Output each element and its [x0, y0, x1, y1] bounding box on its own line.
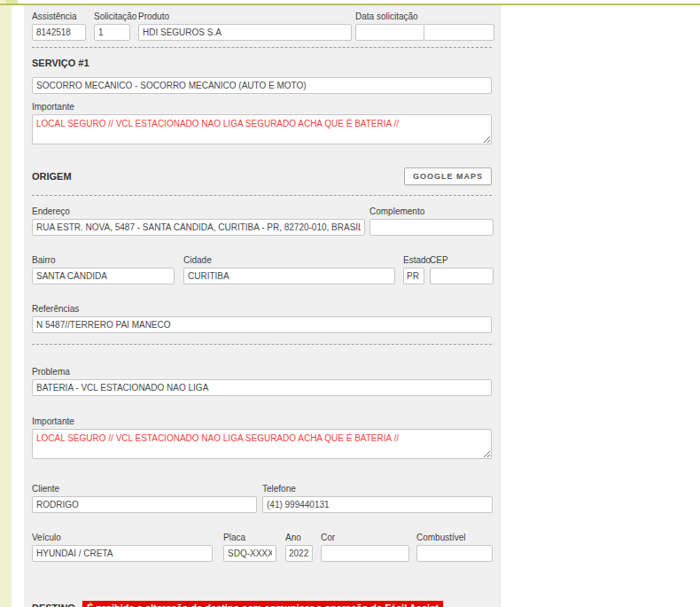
veiculo-label: Veículo: [32, 532, 213, 543]
problema-importante-label: Importante: [32, 416, 492, 427]
destino-header-row: DESTINO É proibida a alteração de destin…: [32, 601, 492, 607]
endereco-field-group: Endereço: [32, 206, 365, 236]
referencias-field-group: Referências: [32, 303, 492, 333]
complemento-input[interactable]: [369, 219, 494, 236]
header-row: Assistência Solicitação Produto Data sol…: [32, 11, 492, 41]
ano-input[interactable]: [285, 545, 313, 562]
problema-field-group: Problema: [32, 366, 492, 396]
data-solicitacao-input-2[interactable]: [424, 24, 494, 41]
bairro-row: Bairro Cidade Estado CEP: [32, 254, 492, 284]
cor-input[interactable]: [321, 545, 409, 562]
cep-label: CEP: [430, 254, 494, 266]
servico-input[interactable]: [32, 77, 492, 94]
servico-importante-group: Importante LOCAL SEGURO // VCL ESTACIONA…: [32, 101, 492, 144]
cliente-label: Cliente: [32, 483, 257, 494]
combustivel-label: Combustível: [416, 532, 493, 543]
data-solicitacao-input-1[interactable]: [355, 24, 424, 41]
problema-importante-textarea[interactable]: LOCAL SEGURO // VCL ESTACIONADO NAO LIGA…: [32, 429, 492, 459]
destino-warning-badge: É proibida a alteração de destino sem co…: [82, 601, 443, 607]
origem-heading: ORIGEM: [32, 170, 72, 183]
data-solicitacao-label: Data solicitação: [355, 11, 494, 22]
assistencia-field-group: Assistência: [32, 11, 86, 41]
combustivel-field-group: Combustível: [416, 532, 493, 562]
endereco-label: Endereço: [32, 206, 365, 217]
endereco-input[interactable]: [32, 219, 365, 236]
cliente-field-group: Cliente: [32, 483, 257, 513]
cor-label: Cor: [321, 532, 409, 543]
cidade-label: Cidade: [183, 254, 395, 266]
estado-label: Estado: [403, 254, 424, 266]
servico-heading: SERVIÇO #1: [32, 57, 492, 69]
produto-label: Produto: [138, 11, 352, 22]
bairro-input[interactable]: [32, 268, 175, 284]
cliente-input[interactable]: [32, 496, 257, 513]
ano-label: Ano: [285, 532, 313, 543]
assistencia-input[interactable]: [32, 24, 86, 41]
bairro-field-group: Bairro: [32, 254, 175, 284]
left-accent-strip: [0, 0, 12, 607]
service-form-panel: Assistência Solicitação Produto Data sol…: [24, 5, 501, 607]
cep-input[interactable]: [430, 268, 494, 284]
cor-field-group: Cor: [321, 532, 409, 562]
telefone-field-group: Telefone: [262, 483, 493, 513]
separator-3: [32, 344, 492, 345]
referencias-label: Referências: [32, 303, 492, 315]
complemento-label: Complemento: [369, 206, 494, 217]
bairro-label: Bairro: [32, 254, 175, 266]
placa-label: Placa: [223, 532, 276, 543]
veiculo-input[interactable]: [32, 545, 213, 562]
separator-2: [32, 195, 492, 196]
destino-heading: DESTINO: [32, 602, 75, 607]
produto-field-group: Produto: [138, 11, 352, 41]
problema-label: Problema: [32, 366, 492, 377]
origem-header-row: ORIGEM GOOGLE MAPS: [32, 167, 492, 185]
data-solicitacao-field-group: Data solicitação: [355, 11, 494, 41]
placa-field-group: Placa: [223, 532, 276, 562]
estado-field-group: Estado: [403, 254, 424, 284]
solicitacao-input[interactable]: [94, 24, 130, 41]
cidade-field-group: Cidade: [183, 254, 395, 284]
cliente-row: Cliente Telefone: [32, 483, 492, 513]
problema-input[interactable]: [32, 379, 492, 396]
solicitacao-label: Solicitação: [94, 11, 130, 22]
estado-input[interactable]: [403, 268, 424, 284]
servico-importante-label: Importante: [32, 101, 492, 113]
veiculo-row: Veículo Placa Ano Cor Combustível: [32, 532, 492, 562]
telefone-input[interactable]: [262, 496, 493, 513]
placa-input[interactable]: [223, 545, 276, 562]
endereco-row: Endereço Complemento: [32, 206, 492, 236]
data-solicitacao-inputs: [355, 24, 494, 41]
cidade-input[interactable]: [183, 268, 395, 284]
servico-importante-textarea[interactable]: LOCAL SEGURO // VCL ESTACIONADO NAO LIGA…: [32, 114, 492, 144]
referencias-input[interactable]: [32, 316, 492, 333]
assistencia-label: Assistência: [32, 11, 86, 22]
separator-1: [32, 47, 492, 48]
complemento-field-group: Complemento: [369, 206, 494, 236]
combustivel-input[interactable]: [416, 545, 493, 562]
problema-importante-group: Importante LOCAL SEGURO // VCL ESTACIONA…: [32, 416, 492, 459]
google-maps-button[interactable]: GOOGLE MAPS: [404, 167, 492, 185]
ano-field-group: Ano: [285, 532, 313, 562]
solicitacao-field-group: Solicitação: [94, 11, 130, 41]
telefone-label: Telefone: [262, 483, 493, 494]
cep-field-group: CEP: [430, 254, 494, 284]
produto-input[interactable]: [138, 24, 352, 41]
veiculo-field-group: Veículo: [32, 532, 213, 562]
